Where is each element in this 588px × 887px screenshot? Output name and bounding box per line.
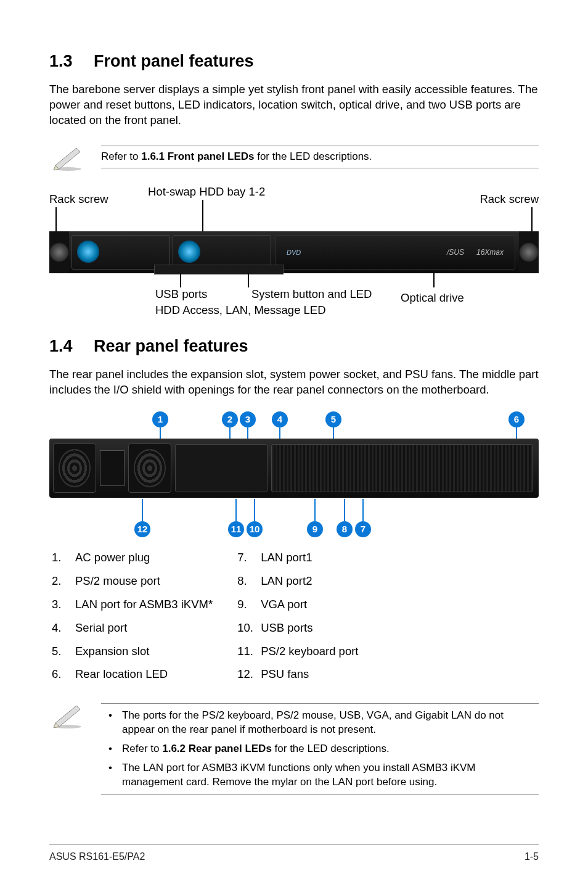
note-item: Refer to 1.6.2 Rear panel LEDs for the L… (101, 742, 539, 756)
label-hot-swap: Hot-swap HDD bay 1-2 (148, 185, 265, 199)
port-list-item: 2.PS/2 mouse port (52, 569, 213, 593)
heading-num: 1.4 (49, 337, 94, 356)
note-text: Refer to 1.6.1 Front panel LEDs for the … (101, 151, 372, 162)
svg-marker-4 (55, 706, 80, 727)
rear-paragraph: The rear panel includes the expansion sl… (49, 367, 539, 398)
port-list-item: 11.PS/2 keyboard port (237, 640, 358, 663)
port-list-item: 12.PSU fans (237, 662, 358, 686)
port-list-item: 4.Serial port (52, 616, 213, 640)
optical-drive: DVD /SUS 16Xmax (275, 235, 515, 270)
note-rear: The ports for the PS/2 keyboard, PS/2 mo… (49, 699, 539, 799)
callout-bubble-2: 2 (222, 411, 238, 427)
heading-title: Rear panel features (94, 337, 248, 355)
callout-bubble-6: 6 (508, 411, 525, 427)
callout-bubble-10: 10 (247, 521, 263, 537)
label-hdd-access-led: HDD Access, LAN, Message LED (155, 303, 326, 317)
label-rack-screw-right: Rack screw (480, 192, 539, 206)
note-front-leds: Refer to 1.6.1 Front panel LEDs for the … (49, 142, 539, 174)
page-footer: ASUS RS161-E5/PA2 1-5 (49, 844, 539, 862)
heading-title: Front panel features (94, 52, 254, 70)
callout-bubble-3: 3 (240, 411, 256, 427)
heading-num: 1.3 (49, 52, 94, 71)
footer-right: 1-5 (525, 851, 539, 862)
callout-bubble-4: 4 (272, 411, 288, 427)
port-list-item: 10.USB ports (237, 616, 358, 640)
port-list-item: 8.LAN port2 (237, 569, 358, 593)
note-item: The ports for the PS/2 keyboard, PS/2 mo… (101, 709, 539, 737)
port-list-item: 1.AC power plug (52, 546, 213, 569)
callout-bubble-8: 8 (337, 521, 353, 537)
heading-1-3: 1.3Front panel features (49, 52, 539, 71)
port-list-item: 5.Expansion slot (52, 640, 213, 663)
pencil-icon (49, 142, 86, 174)
label-optical-drive: Optical drive (401, 291, 464, 305)
server-front-image: DVD /SUS 16Xmax (49, 231, 539, 273)
heading-1-4: 1.4Rear panel features (49, 337, 539, 356)
label-system-button: System button and LED (251, 287, 372, 301)
rear-panel-diagram: 123456 121110987 (49, 411, 539, 537)
callout-bubble-5: 5 (325, 411, 341, 427)
pencil-icon (49, 699, 86, 732)
footer-left: ASUS RS161-E5/PA2 (49, 851, 145, 862)
callout-bubble-9: 9 (307, 521, 323, 537)
server-rear-image (49, 439, 539, 498)
label-usb-ports: USB ports (155, 287, 207, 301)
label-rack-screw-left: Rack screw (49, 192, 108, 206)
front-panel-diagram: Rack screw Hot-swap HDD bay 1-2 Rack scr… (49, 185, 539, 321)
front-paragraph: The barebone server displays a simple ye… (49, 82, 539, 128)
port-list-item: 6.Rear location LED (52, 662, 213, 686)
rear-port-list: 1.AC power plug2.PS/2 mouse port3.LAN po… (52, 546, 539, 687)
callout-bubble-11: 11 (228, 521, 244, 537)
callout-bubble-7: 7 (355, 521, 371, 537)
svg-marker-1 (55, 148, 80, 169)
callout-bubble-1: 1 (152, 411, 168, 427)
note-item: The LAN port for ASMB3 iKVM functions on… (101, 761, 539, 790)
port-list-item: 9.VGA port (237, 593, 358, 616)
callout-bubble-12: 12 (134, 521, 150, 537)
port-list-item: 7.LAN port1 (237, 546, 358, 569)
port-list-item: 3.LAN port for ASMB3 iKVM* (52, 593, 213, 616)
